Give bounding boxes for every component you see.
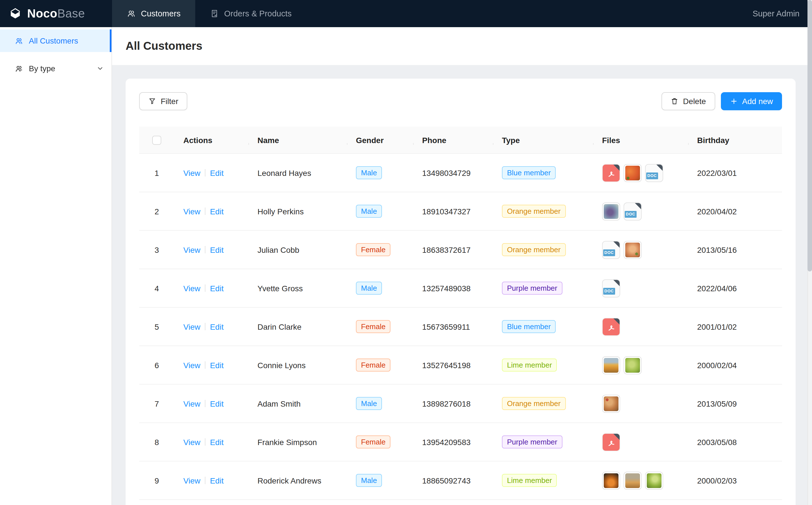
pdf-file-icon[interactable] bbox=[602, 433, 620, 451]
action-divider bbox=[205, 323, 206, 330]
folded-corner bbox=[656, 164, 663, 171]
gender-tag: Male bbox=[356, 474, 382, 487]
row-actions: ViewEdit bbox=[174, 168, 248, 177]
edit-link[interactable]: Edit bbox=[210, 168, 224, 177]
delete-button[interactable]: Delete bbox=[662, 92, 715, 110]
gender-tag: Female bbox=[356, 243, 391, 256]
table-row: 7 ViewEdit Adam Smith Male 13898276018 O… bbox=[139, 384, 782, 423]
view-link[interactable]: View bbox=[183, 399, 200, 408]
image-thumbnail[interactable] bbox=[624, 240, 642, 259]
birthday-value: 2000/02/04 bbox=[697, 360, 737, 369]
nocobase-app: NocoBase Customers Orders & Products Sup… bbox=[0, 0, 812, 505]
edit-link[interactable]: Edit bbox=[210, 322, 224, 331]
view-link[interactable]: View bbox=[183, 284, 200, 293]
view-link[interactable]: View bbox=[183, 245, 200, 254]
sidebar-item-label: By type bbox=[29, 64, 55, 73]
view-link[interactable]: View bbox=[183, 322, 200, 331]
files-list: DOC bbox=[602, 164, 663, 182]
content-area: Filter Delete Add new Actions Name Gende… bbox=[112, 65, 812, 505]
phone-value: 13527645198 bbox=[422, 360, 470, 369]
sidebar-item-by-type[interactable]: By type bbox=[0, 57, 112, 80]
table-row: 4 ViewEdit Yvette Gross Male 13257489038… bbox=[139, 269, 782, 308]
plus-icon bbox=[730, 97, 737, 105]
gender-tag: Female bbox=[356, 358, 391, 371]
doc-file-icon[interactable]: DOC bbox=[624, 202, 642, 220]
image-thumbnail[interactable] bbox=[624, 471, 642, 489]
scrollbar-thumb[interactable] bbox=[807, 0, 812, 272]
phone-value: 13257489038 bbox=[422, 284, 470, 293]
type-tag: Orange member bbox=[502, 243, 566, 256]
table-row: 2 ViewEdit Holly Perkins Male 1891034732… bbox=[139, 192, 782, 231]
tab-customers[interactable]: Customers bbox=[112, 0, 195, 27]
view-link[interactable]: View bbox=[183, 168, 200, 177]
nocobase-logo[interactable]: NocoBase bbox=[0, 0, 112, 27]
pdf-file-icon[interactable] bbox=[602, 318, 620, 336]
view-link[interactable]: View bbox=[183, 438, 200, 447]
table-header-row: Actions Name Gender Phone Type Files Bir… bbox=[139, 127, 782, 154]
image-thumbnail[interactable] bbox=[624, 356, 642, 374]
filter-button[interactable]: Filter bbox=[139, 92, 187, 110]
doc-file-icon[interactable]: DOC bbox=[602, 279, 620, 297]
vertical-scrollbar bbox=[807, 0, 812, 505]
table-row: 6 ViewEdit Connie Lyons Female 135276451… bbox=[139, 346, 782, 384]
sidebar-item-all-customers[interactable]: All Customers bbox=[0, 29, 112, 52]
doc-label: DOC bbox=[646, 172, 658, 179]
column-header-files: Files bbox=[593, 136, 688, 145]
image-thumbnail[interactable] bbox=[602, 356, 620, 374]
image-thumbnail[interactable] bbox=[624, 164, 642, 182]
edit-link[interactable]: Edit bbox=[210, 360, 224, 369]
top-nav: NocoBase Customers Orders & Products Sup… bbox=[0, 0, 812, 27]
phone-value: 18865092743 bbox=[422, 476, 470, 485]
row-actions: ViewEdit bbox=[174, 399, 248, 408]
user-menu[interactable]: Super Admin bbox=[753, 9, 800, 18]
files-list bbox=[602, 433, 620, 451]
row-actions: ViewEdit bbox=[174, 207, 248, 216]
sidebar: All Customers By type bbox=[0, 27, 112, 505]
birthday-value: 2022/03/01 bbox=[697, 168, 737, 177]
add-new-label: Add new bbox=[742, 97, 773, 106]
row-index: 9 bbox=[154, 476, 159, 485]
edit-link[interactable]: Edit bbox=[210, 284, 224, 293]
row-actions: ViewEdit bbox=[174, 284, 248, 293]
table-row: 3 ViewEdit Julian Cobb Female 1863837261… bbox=[139, 231, 782, 269]
trash-icon bbox=[671, 97, 678, 105]
view-link[interactable]: View bbox=[183, 360, 200, 369]
filter-label: Filter bbox=[161, 97, 178, 106]
edit-link[interactable]: Edit bbox=[210, 476, 224, 485]
select-all-checkbox[interactable] bbox=[152, 136, 161, 145]
view-link[interactable]: View bbox=[183, 207, 200, 216]
type-tag: Blue member bbox=[502, 320, 556, 333]
tab-orders-products[interactable]: Orders & Products bbox=[195, 0, 306, 27]
gender-tag: Male bbox=[356, 397, 382, 410]
chevron-down-icon bbox=[97, 65, 104, 72]
row-index: 6 bbox=[154, 360, 159, 369]
add-new-button[interactable]: Add new bbox=[721, 92, 782, 110]
pdf-file-icon[interactable] bbox=[602, 164, 620, 182]
image-thumbnail[interactable] bbox=[602, 471, 620, 489]
doc-label: DOC bbox=[625, 211, 637, 217]
view-link[interactable]: View bbox=[183, 476, 200, 485]
edit-link[interactable]: Edit bbox=[210, 207, 224, 216]
customer-name: Roderick Andrews bbox=[257, 476, 321, 485]
table-block-card: Filter Delete Add new Actions Name Gende… bbox=[126, 78, 796, 505]
doc-file-icon[interactable]: DOC bbox=[645, 164, 663, 182]
image-thumbnail[interactable] bbox=[645, 471, 663, 489]
action-divider bbox=[205, 246, 206, 254]
column-header-birthday: Birthday bbox=[688, 136, 760, 145]
edit-link[interactable]: Edit bbox=[210, 245, 224, 254]
customer-name: Julian Cobb bbox=[257, 245, 299, 254]
row-index: 7 bbox=[154, 399, 159, 408]
files-list: DOC bbox=[602, 279, 620, 297]
brand-text: NocoBase bbox=[27, 7, 85, 20]
image-thumbnail[interactable] bbox=[602, 202, 620, 220]
edit-link[interactable]: Edit bbox=[210, 399, 224, 408]
column-header-phone: Phone bbox=[413, 136, 493, 145]
type-tag: Purple member bbox=[502, 436, 562, 449]
image-thumbnail[interactable] bbox=[602, 394, 620, 412]
orders-icon bbox=[210, 9, 219, 18]
edit-link[interactable]: Edit bbox=[210, 438, 224, 447]
tab-label: Customers bbox=[141, 9, 180, 18]
files-list bbox=[602, 471, 663, 489]
doc-file-icon[interactable]: DOC bbox=[602, 240, 620, 259]
customer-name: Frankie Simpson bbox=[257, 438, 317, 447]
